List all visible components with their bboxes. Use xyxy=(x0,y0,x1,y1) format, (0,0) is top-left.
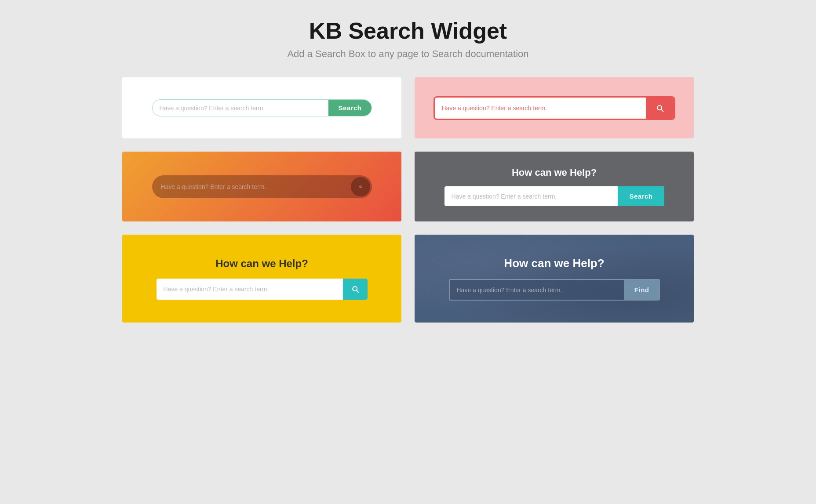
widget-1: Search xyxy=(122,77,401,138)
page-title: KB Search Widget xyxy=(26,18,790,44)
search-input-6[interactable] xyxy=(450,280,624,300)
search-bar-4: Search xyxy=(444,186,664,206)
widget-6-heading: How can we Help? xyxy=(504,257,604,270)
widget-5: How can we Help? xyxy=(122,235,401,323)
widget-4: How can we Help? Search xyxy=(415,152,694,221)
search-bar-6: Find xyxy=(449,279,660,301)
search-icon xyxy=(351,285,360,294)
search-button-5[interactable] xyxy=(343,279,368,300)
widget-3 xyxy=(122,152,401,221)
search-bar-2 xyxy=(434,96,675,120)
search-button-3[interactable] xyxy=(351,177,370,196)
widget-6: How can we Help? Find xyxy=(415,235,694,323)
widgets-grid: Search xyxy=(122,77,694,323)
search-button-1[interactable]: Search xyxy=(328,100,371,116)
widget-2 xyxy=(415,77,694,138)
search-button-4[interactable]: Search xyxy=(618,186,664,206)
search-input-4[interactable] xyxy=(444,187,618,206)
widget-4-heading: How can we Help? xyxy=(512,167,597,178)
search-button-6[interactable]: Find xyxy=(624,280,659,300)
page-container: KB Search Widget Add a Search Box to any… xyxy=(26,18,790,323)
widget-5-heading: How can we Help? xyxy=(215,257,308,270)
search-input-2[interactable] xyxy=(435,98,646,118)
search-icon xyxy=(656,104,664,112)
search-input-5[interactable] xyxy=(157,279,343,299)
page-header: KB Search Widget Add a Search Box to any… xyxy=(26,18,790,60)
search-input-1[interactable] xyxy=(153,100,329,116)
search-bar-3 xyxy=(152,175,372,198)
search-button-2[interactable] xyxy=(646,98,674,119)
search-bar-1: Search xyxy=(152,99,372,116)
search-icon xyxy=(359,182,362,191)
search-input-3[interactable] xyxy=(152,177,349,196)
page-subtitle: Add a Search Box to any page to Search d… xyxy=(26,48,790,60)
search-bar-5 xyxy=(157,279,368,300)
